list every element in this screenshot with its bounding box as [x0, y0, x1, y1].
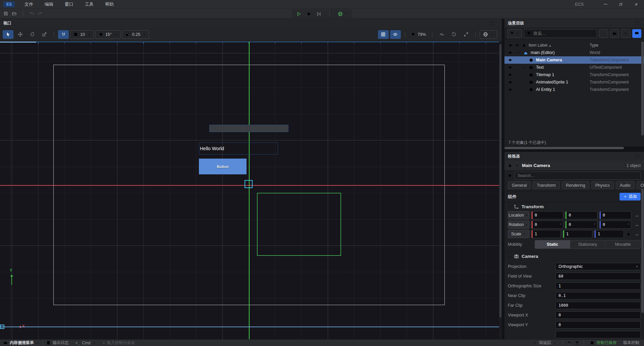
- visibility-eye-icon[interactable]: [504, 88, 516, 92]
- redo-button[interactable]: [38, 11, 43, 16]
- close-button[interactable]: ×: [629, 0, 644, 9]
- viewport-y-input[interactable]: [555, 321, 641, 329]
- link-axes-icon[interactable]: ↔: [633, 213, 641, 218]
- inspector-search-input[interactable]: [515, 172, 641, 180]
- clipped-input[interactable]: [555, 331, 641, 338]
- projection-select[interactable]: Orthographic▾: [555, 263, 641, 270]
- star-icon[interactable]: [515, 43, 519, 47]
- scrollbar-thumb[interactable]: [504, 147, 624, 149]
- far-clip-input[interactable]: [555, 302, 641, 309]
- scale-y-input[interactable]: [564, 232, 592, 236]
- rotation-z-input[interactable]: [601, 222, 631, 227]
- rotation-x-input[interactable]: [533, 222, 563, 227]
- undo-button[interactable]: [29, 11, 34, 16]
- console-command-input[interactable]: > 输入控制台命令: [99, 340, 139, 346]
- add-entity-button[interactable]: [599, 29, 608, 38]
- sprite-bar-element[interactable]: [209, 125, 288, 132]
- selection-handle[interactable]: [245, 180, 253, 188]
- mobility-static[interactable]: Static: [535, 240, 570, 248]
- location-z-input[interactable]: [601, 213, 631, 218]
- tab-physics[interactable]: Physics: [591, 181, 614, 189]
- visibility-eye-icon[interactable]: [504, 65, 516, 69]
- tab-audio[interactable]: Audio: [616, 181, 635, 189]
- menu-window[interactable]: 窗口: [59, 0, 79, 8]
- visibility-eye-icon[interactable]: [504, 51, 516, 55]
- select-tool-button[interactable]: [3, 30, 13, 39]
- add-folder-button[interactable]: [610, 29, 619, 38]
- visibility-eye-icon[interactable]: [504, 80, 516, 84]
- gizmo-visibility-button[interactable]: [390, 30, 401, 39]
- menu-edit[interactable]: 编辑: [39, 0, 59, 8]
- scale-tool-button[interactable]: [39, 30, 50, 39]
- menu-file[interactable]: 文件: [19, 0, 39, 8]
- cmd-dropdown[interactable]: >_ Cmd: [72, 340, 99, 346]
- version-control-button[interactable]: 版本控制: [620, 340, 644, 346]
- visibility-eye-icon[interactable]: [504, 58, 516, 62]
- scrollbar-thumb[interactable]: [641, 189, 644, 313]
- hierarchy-search-input[interactable]: [533, 31, 589, 36]
- rotate-snap-dropdown[interactable]: 15°: [95, 30, 121, 39]
- scrollbar-thumb[interactable]: [641, 42, 644, 135]
- menu-help[interactable]: 帮助: [99, 0, 119, 8]
- link-axes-icon[interactable]: ↔: [633, 222, 641, 227]
- content-drawer-button[interactable]: 内容侧滑菜单: [0, 340, 43, 346]
- tab-general[interactable]: General: [508, 181, 531, 189]
- rotation-mode-dropdown[interactable]: Rotation: [508, 221, 529, 229]
- column-item-label[interactable]: Item Label ▲: [529, 43, 590, 48]
- rotation-y-input[interactable]: [567, 222, 597, 227]
- hierarchy-row-main-camera[interactable]: Main Camera TransformComponent: [504, 56, 644, 64]
- network-status-button[interactable]: [566, 341, 573, 345]
- lock-icon[interactable]: [522, 43, 526, 47]
- inspector-vertical-scrollbar[interactable]: [641, 185, 644, 339]
- network-mode-dropdown[interactable]: [338, 11, 348, 16]
- filter-dropdown[interactable]: [507, 29, 522, 38]
- tab-rendering[interactable]: Rendering: [562, 181, 589, 189]
- display-mode-button[interactable]: [632, 29, 641, 38]
- grid-snap-dropdown[interactable]: 10: [70, 30, 94, 39]
- add-component-button[interactable]: ＋添加: [620, 193, 641, 200]
- output-log-button[interactable]: 输出日志: [43, 340, 72, 346]
- link-axes-icon[interactable]: ↔: [633, 231, 641, 237]
- column-type[interactable]: Type: [590, 43, 644, 48]
- camera-section-header[interactable]: Camera: [504, 251, 644, 261]
- world-dropdown[interactable]: [480, 30, 497, 39]
- scale-z-input[interactable]: [596, 232, 624, 236]
- menu-tools[interactable]: 工具: [79, 0, 99, 8]
- connections-button[interactable]: [573, 341, 581, 345]
- move-tool-button[interactable]: [15, 30, 25, 39]
- hierarchy-expand-button[interactable]: [635, 21, 639, 25]
- mobility-movable[interactable]: Movable: [605, 240, 640, 248]
- location-y-input[interactable]: [567, 213, 597, 218]
- mobility-stationary[interactable]: Stationary: [570, 240, 605, 248]
- fit-view-button[interactable]: [461, 30, 471, 39]
- app-logo[interactable]: ES: [3, 1, 15, 7]
- ui-button-element[interactable]: Button: [199, 159, 247, 174]
- hierarchy-horizontal-scrollbar[interactable]: [504, 147, 644, 150]
- viewport-expand-button[interactable]: [490, 21, 494, 25]
- rotate-tool-button[interactable]: [27, 30, 38, 39]
- hierarchy-row-animatedsprite[interactable]: AnimatedSprite 1 TransformComponent: [504, 78, 644, 86]
- collapse-chevron-icon[interactable]: [516, 51, 522, 54]
- grid-visibility-button[interactable]: [378, 30, 389, 39]
- near-clip-input[interactable]: [555, 292, 641, 299]
- hierarchy-vertical-scrollbar[interactable]: [641, 40, 644, 142]
- inspector-expand-button[interactable]: [635, 154, 639, 158]
- gear-icon[interactable]: [515, 163, 519, 168]
- hierarchy-row-text[interactable]: Text UITextComponent: [504, 64, 644, 71]
- canvas-vertical-scrollbar[interactable]: [499, 42, 502, 339]
- save-button[interactable]: [3, 11, 8, 16]
- entity-bounds-rect[interactable]: [257, 193, 341, 256]
- hierarchy-settings-button[interactable]: [621, 29, 630, 38]
- expand-chevron-icon[interactable]: [521, 66, 527, 69]
- save-status[interactable]: 所有已保存: [587, 340, 620, 346]
- scene-canvas[interactable]: Hello World Button Y X: [0, 42, 502, 339]
- step-button[interactable]: [316, 11, 321, 16]
- scale-mode-dropdown[interactable]: Scale: [508, 230, 529, 238]
- transform-section-header[interactable]: Transform: [504, 202, 644, 211]
- bottom-guide-handle[interactable]: [0, 325, 4, 329]
- reset-view-button[interactable]: [448, 30, 459, 39]
- lock-icon[interactable]: [508, 163, 512, 168]
- orthographic-size-input[interactable]: [555, 282, 641, 290]
- canvas-scrollbar-thumb[interactable]: [499, 44, 501, 318]
- eye-icon[interactable]: [508, 43, 513, 47]
